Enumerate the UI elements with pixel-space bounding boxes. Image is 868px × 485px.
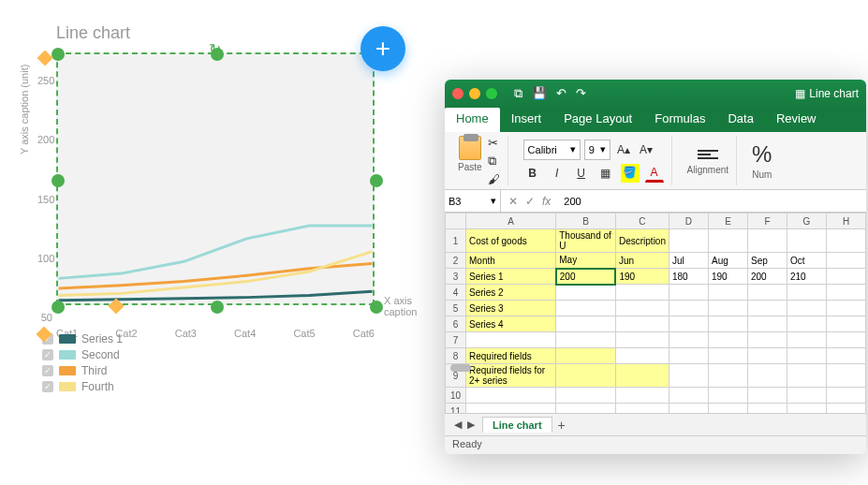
save-icon[interactable]: 💾 (532, 86, 547, 101)
cell[interactable] (826, 316, 865, 332)
cell[interactable] (747, 301, 787, 316)
ribbon-tab-home[interactable]: Home (445, 108, 500, 132)
col-header[interactable]: B (556, 213, 616, 229)
border-button[interactable]: ▦ (596, 164, 615, 183)
cell[interactable]: Jul (669, 253, 708, 269)
add-sheet-button[interactable]: + (558, 418, 566, 433)
legend-item[interactable]: ✓Third (42, 364, 123, 377)
cell[interactable]: 190 (708, 269, 747, 285)
zoom-window-button[interactable] (486, 88, 497, 99)
decrease-font-icon[interactable]: A▾ (637, 140, 655, 159)
cell[interactable] (787, 348, 826, 364)
font-color-button[interactable]: A (645, 164, 664, 183)
legend-item[interactable]: ✓Second (42, 348, 123, 361)
format-painter-icon[interactable]: 🖌 (488, 172, 500, 186)
cell[interactable] (826, 229, 865, 253)
cell[interactable] (669, 301, 708, 316)
row-header[interactable]: 7 (446, 332, 466, 348)
cell[interactable]: Sep (747, 253, 787, 269)
row-header[interactable]: 1 (446, 229, 466, 253)
sheet-nav-next-icon[interactable]: ▶ (465, 419, 477, 431)
cancel-formula-icon[interactable]: ✕ (508, 195, 518, 208)
cell[interactable]: Series 2 (466, 285, 556, 301)
chart-legend[interactable]: ✓Series 1✓Second✓Third✓Fourth (42, 332, 123, 396)
col-header[interactable]: F (747, 213, 787, 229)
cell[interactable]: Series 3 (466, 301, 556, 316)
col-header[interactable]: C (615, 213, 669, 229)
name-box[interactable]: B3▾ (445, 190, 501, 212)
resize-handle-n[interactable] (211, 48, 224, 61)
cell[interactable]: Required fields for 2+ series (466, 364, 556, 388)
cell[interactable] (615, 388, 669, 404)
cell[interactable] (826, 285, 865, 301)
cell[interactable] (669, 229, 708, 253)
close-window-button[interactable] (452, 88, 463, 99)
window-titlebar[interactable]: ⧉ 💾 ↶ ↷ ▦ Line chart (445, 80, 866, 108)
cell[interactable] (708, 301, 747, 316)
cell[interactable] (708, 404, 747, 414)
window-traffic-lights[interactable] (452, 88, 497, 99)
cell[interactable] (556, 301, 616, 316)
cell[interactable] (615, 404, 669, 414)
cell[interactable] (747, 388, 787, 404)
worksheet-area[interactable]: ABCDEFGH 1Cost of goodsThousand of UDesc… (445, 213, 866, 413)
cell[interactable] (556, 285, 616, 301)
cell[interactable] (787, 364, 826, 388)
cell[interactable] (708, 316, 747, 332)
cell[interactable]: Series 1 (466, 269, 556, 285)
sheet-nav-prev-icon[interactable]: ◀ (452, 419, 463, 431)
cell[interactable] (615, 364, 669, 388)
cell[interactable]: 200 (556, 269, 616, 285)
cell[interactable]: 190 (615, 269, 669, 285)
cell[interactable]: 210 (787, 269, 826, 285)
copy-icon[interactable]: ⧉ (488, 154, 500, 169)
cell[interactable] (708, 229, 747, 253)
cut-icon[interactable]: ✂ (488, 136, 500, 150)
horizontal-scrollbar-thumb[interactable] (450, 364, 471, 372)
cell[interactable] (826, 348, 865, 364)
cell[interactable] (669, 316, 708, 332)
cell[interactable] (556, 348, 616, 364)
ribbon-tab-review[interactable]: Review (765, 108, 828, 132)
cell[interactable] (615, 301, 669, 316)
ribbon-tab-formulas[interactable]: Formulas (643, 108, 716, 132)
cell[interactable] (708, 332, 747, 348)
cell[interactable] (787, 229, 826, 253)
cell[interactable] (669, 332, 708, 348)
col-header[interactable]: H (826, 213, 865, 229)
undo-icon[interactable]: ↶ (556, 86, 566, 101)
col-header[interactable]: A (466, 213, 556, 229)
cell[interactable] (556, 316, 616, 332)
cell[interactable] (556, 404, 616, 414)
legend-item[interactable]: ✓Fourth (42, 380, 123, 393)
cell[interactable] (615, 316, 669, 332)
anchor-handle-top[interactable] (37, 51, 53, 66)
cell[interactable]: Thousand of U (556, 229, 616, 253)
cell[interactable] (826, 388, 865, 404)
select-all-cell[interactable] (446, 213, 466, 229)
row-header[interactable]: 3 (446, 269, 466, 285)
row-header[interactable]: 4 (446, 285, 466, 301)
cell[interactable] (787, 332, 826, 348)
italic-button[interactable]: I (548, 164, 566, 183)
ribbon-tab-insert[interactable]: Insert (500, 108, 553, 132)
cell[interactable] (466, 388, 556, 404)
cell[interactable] (669, 285, 708, 301)
ribbon-tab-page-layout[interactable]: Page Layout (552, 108, 643, 132)
cell[interactable]: Cost of goods (466, 229, 556, 253)
cell[interactable] (615, 332, 669, 348)
minimize-window-button[interactable] (469, 88, 480, 99)
cell[interactable]: Series 4 (466, 316, 556, 332)
cell[interactable]: Aug (708, 253, 747, 269)
cell[interactable] (708, 285, 747, 301)
cell[interactable] (787, 285, 826, 301)
legend-checkbox-icon[interactable]: ✓ (42, 365, 53, 376)
cell[interactable] (747, 404, 787, 414)
chart-canvas[interactable]: Line chart ↻ Y axis caption (unit) 25020… (19, 23, 412, 305)
cell[interactable] (747, 229, 787, 253)
row-header[interactable]: 8 (446, 348, 466, 364)
accept-formula-icon[interactable]: ✓ (525, 195, 535, 208)
cell[interactable]: May (556, 253, 616, 269)
redo-icon[interactable]: ↷ (576, 86, 586, 101)
font-size-select[interactable]: 9▾ (584, 140, 611, 160)
